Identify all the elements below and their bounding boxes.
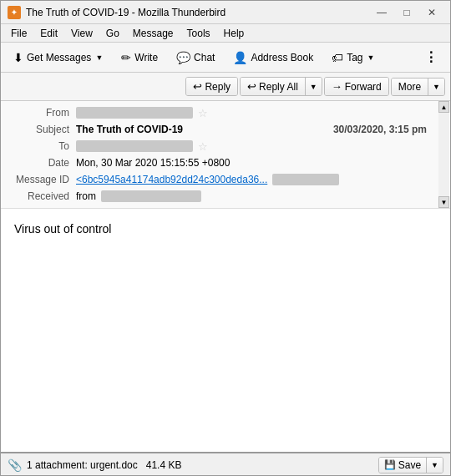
reply-button[interactable]: ↩ Reply: [186, 78, 237, 95]
address-book-icon: 👤: [233, 51, 247, 64]
tag-button[interactable]: 🏷 Tag ▼: [324, 48, 382, 68]
main-toolbar: ⬇ Get Messages ▼ ✏ Write 💬 Chat 👤 Addres…: [1, 43, 450, 73]
forward-icon: →: [332, 80, 342, 93]
to-value: ☆: [76, 140, 443, 153]
write-button[interactable]: ✏ Write: [114, 48, 165, 68]
chat-button[interactable]: 💬 Chat: [169, 48, 222, 68]
to-redacted: [76, 140, 193, 152]
message-id-row: Message ID <6bc5945a41174adb92dd24c300de…: [1, 171, 450, 188]
to-row: To ☆: [1, 138, 450, 154]
get-messages-button[interactable]: ⬇ Get Messages ▼: [6, 48, 110, 68]
attachment-count-text: 1 attachment: urgent.doc 41.4 KB: [27, 459, 373, 471]
subject-row: Subject The Truth of COVID-19 30/03/2020…: [1, 121, 450, 138]
from-row: From ☆: [1, 104, 450, 121]
window-controls: — □ ✕: [370, 4, 443, 21]
reply-all-icon: ↩: [247, 80, 256, 93]
more-button[interactable]: More: [392, 78, 428, 95]
chat-icon: 💬: [176, 51, 190, 64]
save-button-group: 💾 Save ▼: [378, 457, 443, 473]
to-label: To: [1, 140, 76, 152]
forward-button[interactable]: → Forward: [325, 78, 388, 95]
minimize-button[interactable]: —: [370, 4, 393, 21]
tag-icon: 🏷: [332, 51, 343, 64]
message-id-value: <6bc5945a41174adb92dd24c300deda36...: [76, 174, 443, 185]
menu-bar: File Edit View Go Message Tools Help: [1, 24, 450, 43]
main-container: ↩ Reply ↩ Reply All ▼ → Forward More: [1, 73, 450, 476]
email-date: 30/03/2020, 3:15 pm: [333, 124, 443, 135]
from-redacted: [76, 107, 193, 119]
more-dropdown-button[interactable]: ▼: [428, 78, 444, 95]
from-star-icon[interactable]: ☆: [198, 107, 208, 119]
save-button[interactable]: 💾 Save: [379, 458, 426, 473]
save-dropdown-button[interactable]: ▼: [426, 458, 443, 473]
scroll-track-header: [438, 113, 449, 196]
received-row: Received from: [1, 188, 450, 205]
more-dropdown-icon: ▼: [433, 83, 440, 91]
received-redacted: [101, 190, 201, 202]
menu-help[interactable]: Help: [217, 26, 251, 41]
received-value: from: [76, 190, 443, 202]
forward-button-group: → Forward: [324, 77, 389, 96]
reply-all-dropdown-icon: ▼: [310, 83, 317, 91]
subject-label: Subject: [1, 124, 76, 135]
email-body-text: Virus out of control: [14, 222, 437, 235]
received-label: Received: [1, 190, 76, 202]
attachment-bar: 📎 1 attachment: urgent.doc 41.4 KB 💾 Sav…: [1, 452, 450, 476]
email-header: From ☆ Subject The Truth of COVID-19 30/…: [1, 101, 450, 209]
date-value: Mon, 30 Mar 2020 15:15:55 +0800: [76, 157, 443, 169]
received-from-text: from: [76, 190, 96, 202]
get-messages-dropdown-icon: ▼: [95, 53, 103, 62]
attachment-size: 41.4 KB: [146, 459, 182, 471]
scroll-up-button[interactable]: ▲: [438, 101, 449, 113]
title-bar: ✦ The Truth of COVID-19 - Mozilla Thunde…: [1, 1, 450, 24]
app-icon: ✦: [8, 6, 21, 19]
date-row: Date Mon, 30 Mar 2020 15:15:55 +0800: [1, 154, 450, 171]
from-label: From: [1, 107, 76, 119]
save-dropdown-icon: ▼: [431, 461, 438, 469]
more-button-group: More ▼: [391, 78, 445, 96]
date-label: Date: [1, 157, 76, 169]
attachment-label: 1 attachment: urgent.doc: [27, 459, 138, 471]
paperclip-icon: 📎: [8, 458, 22, 472]
from-value: ☆: [76, 107, 443, 119]
reply-all-button-group: ↩ Reply All ▼: [240, 77, 322, 96]
menu-message[interactable]: Message: [126, 26, 180, 41]
message-id-label: Message ID: [1, 174, 76, 185]
kebab-icon: ⋮: [424, 49, 438, 65]
save-icon: 💾: [384, 459, 396, 470]
menu-edit[interactable]: Edit: [33, 26, 64, 41]
reply-all-button[interactable]: ↩ Reply All: [241, 78, 305, 95]
scroll-down-button[interactable]: ▼: [438, 196, 449, 208]
message-id-redacted: [272, 174, 339, 185]
write-icon: ✏: [121, 51, 131, 64]
more-toolbar-button[interactable]: ⋮: [417, 46, 445, 68]
email-body: Virus out of control: [1, 209, 450, 452]
date-text: Mon, 30 Mar 2020 15:15:55 +0800: [76, 157, 230, 169]
reply-button-group: ↩ Reply: [185, 77, 238, 96]
tag-dropdown-icon: ▼: [367, 53, 375, 62]
menu-go[interactable]: Go: [99, 26, 126, 41]
reply-all-dropdown-button[interactable]: ▼: [305, 78, 322, 95]
action-bar: ↩ Reply ↩ Reply All ▼ → Forward More: [1, 73, 450, 101]
maximize-button[interactable]: □: [395, 4, 418, 21]
menu-view[interactable]: View: [64, 26, 99, 41]
reply-icon: ↩: [193, 80, 202, 93]
get-messages-icon: ⬇: [13, 51, 23, 64]
to-star-icon[interactable]: ☆: [198, 140, 208, 153]
subject-value: The Truth of COVID-19 30/03/2020, 3:15 p…: [76, 124, 443, 135]
subject-text: The Truth of COVID-19: [76, 124, 183, 135]
menu-file[interactable]: File: [4, 26, 33, 41]
close-button[interactable]: ✕: [420, 4, 443, 21]
message-id-link[interactable]: <6bc5945a41174adb92dd24c300deda36...: [76, 174, 267, 185]
window-title: The Truth of COVID-19 - Mozilla Thunderb…: [26, 7, 370, 18]
menu-tools[interactable]: Tools: [180, 26, 217, 41]
address-book-button[interactable]: 👤 Address Book: [226, 48, 321, 68]
